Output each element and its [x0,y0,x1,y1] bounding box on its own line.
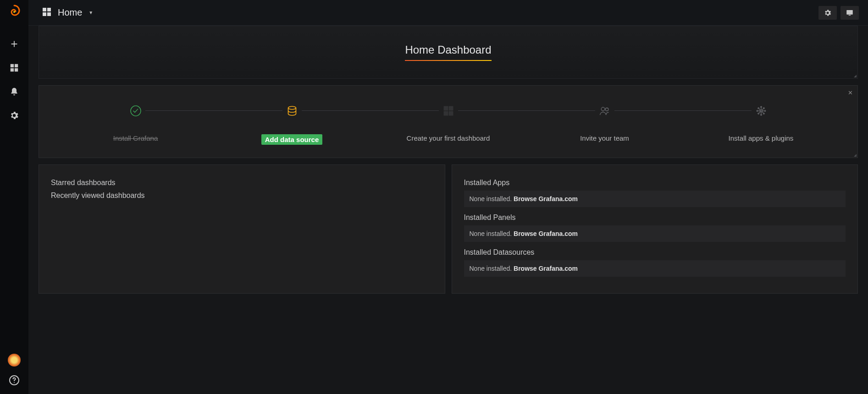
dashboard-icon [439,101,458,120]
svg-point-25 [764,110,766,112]
svg-rect-15 [443,106,448,111]
user-avatar[interactable] [8,354,21,367]
svg-rect-1 [11,64,14,67]
gs-step-plugins[interactable]: Install apps & plugins [683,101,839,142]
svg-point-23 [760,114,762,115]
svg-point-0 [13,11,15,13]
svg-point-24 [757,110,758,112]
breadcrumb-home[interactable]: Home ▼ [41,6,93,19]
svg-point-6 [14,382,15,383]
svg-rect-12 [849,15,851,16]
svg-point-29 [763,113,764,115]
browse-datasources-link[interactable]: Browse Grafana.com [514,265,578,272]
svg-rect-17 [443,111,448,116]
gs-step-dashboard[interactable]: Create your first dashboard [370,101,526,142]
gs-step-datasource[interactable]: Add data source [214,101,370,145]
gs-step-install[interactable]: Install Grafana [57,101,214,142]
svg-rect-18 [448,111,453,116]
page-title: Home Dashboard [405,44,491,61]
installed-panels-empty: None installed. Browse Grafana.com [464,225,846,242]
create-icon[interactable] [9,38,20,49]
svg-point-27 [763,108,764,109]
configuration-icon[interactable] [9,110,20,121]
side-nav [0,0,28,394]
installed-panels-title: Installed Panels [464,213,846,222]
recent-dashboards-title: Recently viewed dashboards [51,192,433,200]
help-icon[interactable] [9,375,20,386]
svg-rect-9 [43,12,46,16]
plugins-panel: Installed Apps None installed. Browse Gr… [452,164,858,294]
getting-started-panel: ✕ Install Grafana [39,85,858,158]
close-icon[interactable]: ✕ [848,89,853,96]
svg-point-14 [288,106,296,109]
svg-point-22 [760,106,762,108]
database-icon [282,101,302,120]
svg-rect-2 [15,64,18,67]
panel-resize-handle[interactable] [854,75,857,77]
panel-resize-handle[interactable] [854,154,857,157]
starred-dashboards-title: Starred dashboards [51,179,433,187]
svg-point-19 [601,107,605,111]
svg-point-20 [605,108,608,111]
gs-step-label: Install Grafana [113,134,158,142]
installed-datasources-title: Installed Datasources [464,248,846,257]
breadcrumb-title: Home [58,7,82,18]
svg-rect-3 [11,68,14,71]
gs-step-label: Invite your team [580,134,629,142]
svg-point-26 [757,108,759,109]
installed-apps-title: Installed Apps [464,179,846,187]
grafana-logo[interactable] [7,5,22,19]
gs-step-invite[interactable]: Invite your team [526,101,683,142]
gs-step-label: Create your first dashboard [407,134,490,142]
browse-panels-link[interactable]: Browse Grafana.com [514,230,578,237]
svg-rect-10 [47,12,51,16]
users-icon [595,101,614,120]
check-circle-icon [126,101,145,120]
svg-rect-16 [448,106,453,111]
installed-datasources-empty: None installed. Browse Grafana.com [464,260,846,277]
cycle-view-mode-button[interactable] [840,6,859,20]
dashboards-icon [41,6,52,19]
svg-rect-8 [47,8,51,11]
top-bar: Home ▼ [28,0,868,26]
installed-apps-empty: None installed. Browse Grafana.com [464,191,846,207]
dashboards-list-panel: Starred dashboards Recently viewed dashb… [39,164,445,294]
svg-rect-4 [15,68,18,71]
dashboard-settings-button[interactable] [818,6,837,20]
gs-step-label: Install apps & plugins [729,134,794,142]
alerting-icon[interactable] [9,86,20,97]
chevron-down-icon: ▼ [88,10,93,15]
svg-rect-11 [846,10,853,15]
svg-rect-7 [43,8,46,11]
browse-apps-link[interactable]: Browse Grafana.com [514,195,578,202]
gs-step-label: Add data source [261,134,323,145]
apps-icon [752,101,771,120]
svg-point-28 [757,113,759,115]
svg-point-13 [130,106,140,116]
dashboards-icon[interactable] [9,62,20,73]
